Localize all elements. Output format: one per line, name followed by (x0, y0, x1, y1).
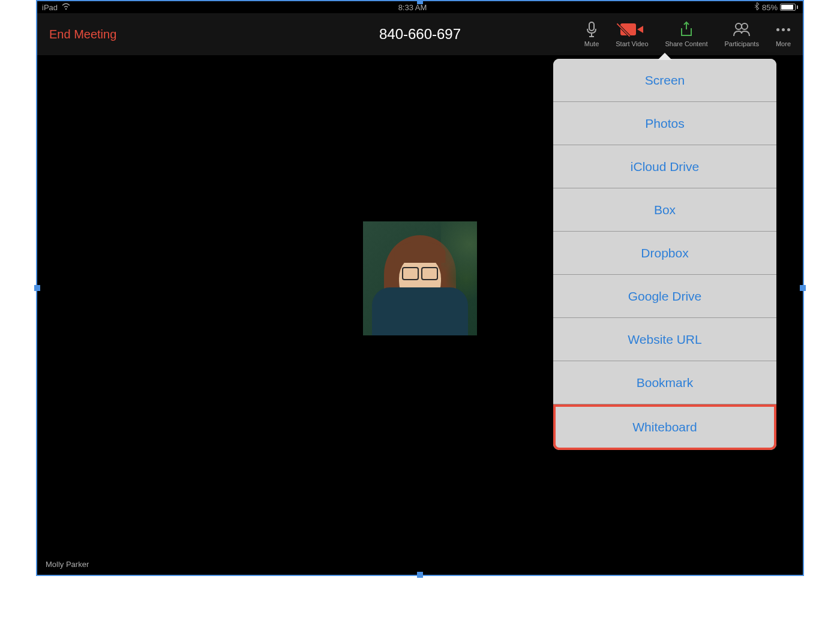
svg-point-3 (742, 23, 748, 29)
app-window: iPad 8:33 AM 85% End Meeting 840-660-697 (36, 0, 804, 576)
svg-point-0 (65, 8, 67, 9)
share-option-whiteboard[interactable]: Whiteboard (553, 404, 776, 450)
battery-percentage: 85% (762, 3, 778, 12)
svg-point-2 (736, 23, 742, 29)
more-label: More (776, 40, 791, 47)
svg-rect-1 (589, 22, 594, 31)
share-option-photos[interactable]: Photos (553, 102, 776, 145)
more-icon (776, 21, 790, 38)
share-option-google-drive[interactable]: Google Drive (553, 275, 776, 318)
participant-avatar (363, 221, 477, 335)
share-option-dropbox[interactable]: Dropbox (553, 232, 776, 275)
meeting-toolbar: End Meeting 840-660-697 Mute Start Video… (37, 13, 803, 55)
start-video-label: Start Video (616, 40, 648, 47)
camera-off-icon (620, 21, 643, 38)
meeting-id-label: 840-660-697 (379, 26, 461, 43)
mute-label: Mute (584, 40, 599, 47)
participants-button[interactable]: Participants (724, 21, 758, 47)
selection-handle-bottom (417, 572, 423, 578)
device-label: iPad (42, 3, 58, 12)
participant-name-label: Molly Parker (46, 560, 89, 569)
more-button[interactable]: More (776, 21, 791, 47)
wifi-icon (61, 3, 71, 12)
bluetooth-icon (754, 2, 760, 12)
share-content-button[interactable]: Share Content (665, 21, 708, 47)
end-meeting-button[interactable]: End Meeting (49, 28, 116, 41)
share-content-label: Share Content (665, 40, 708, 47)
share-option-bookmark[interactable]: Bookmark (553, 361, 776, 404)
battery-icon (780, 4, 798, 11)
participants-label: Participants (724, 40, 758, 47)
share-option-website-url[interactable]: Website URL (553, 318, 776, 361)
share-icon (679, 21, 694, 38)
selection-handle-top (417, 0, 423, 4)
mute-button[interactable]: Mute (584, 21, 599, 47)
microphone-icon (586, 21, 598, 38)
start-video-button[interactable]: Start Video (616, 21, 648, 47)
share-option-screen[interactable]: Screen (553, 59, 776, 102)
participants-icon (733, 21, 751, 38)
share-content-menu: Screen Photos iCloud Drive Box Dropbox G… (553, 59, 776, 450)
share-option-box[interactable]: Box (553, 188, 776, 232)
share-option-icloud-drive[interactable]: iCloud Drive (553, 145, 776, 188)
